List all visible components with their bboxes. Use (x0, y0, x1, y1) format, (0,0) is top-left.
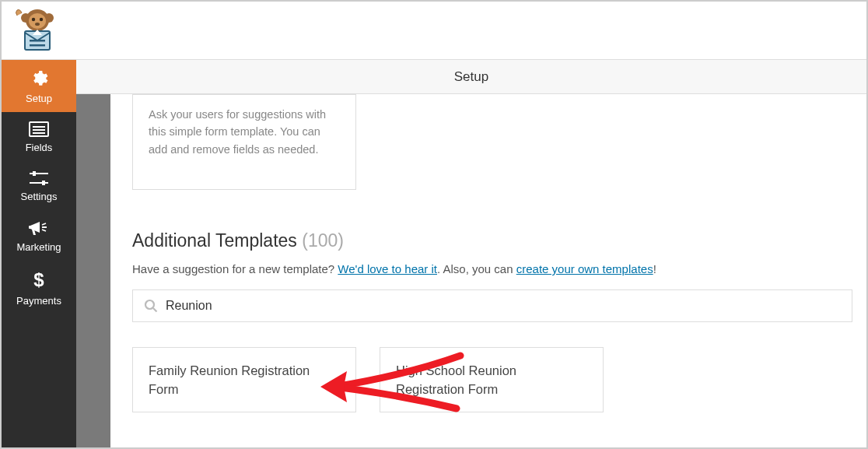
section-count: (100) (302, 230, 344, 251)
section-title-text: Additional Templates (132, 230, 297, 251)
sidebar-label: Fields (26, 142, 53, 153)
gear-icon (30, 69, 48, 88)
sidebar-label: Payments (16, 295, 61, 307)
hint-link-create[interactable]: create your own templates (516, 262, 653, 275)
svg-text:$: $ (33, 270, 44, 290)
search-input[interactable] (166, 299, 841, 313)
svg-point-21 (145, 300, 154, 309)
sidebar-label: Marketing (16, 241, 61, 253)
result-title: Family Reunion Registration Form (149, 363, 310, 396)
section-title: Additional Templates (100) (132, 230, 845, 251)
svg-rect-16 (30, 182, 48, 184)
sidebar: Setup Fields Settings (2, 60, 76, 447)
top-bar (2, 2, 866, 60)
template-card-text: Ask your users for suggestions with this… (149, 108, 326, 156)
sidebar-label: Settings (21, 191, 58, 202)
svg-point-5 (40, 18, 43, 21)
sidebar-item-marketing[interactable]: Marketing (2, 210, 76, 261)
content-area: Setup Ask your users for suggestions wit… (76, 60, 866, 447)
svg-point-3 (29, 13, 46, 29)
sliders-icon (30, 170, 48, 186)
hint-text: Have a suggestion for a new template? We… (132, 262, 845, 275)
result-card[interactable]: Family Reunion Registration Form (132, 347, 356, 412)
template-card[interactable]: Ask your users for suggestions with this… (132, 94, 356, 190)
svg-rect-15 (30, 173, 48, 174)
list-icon (29, 121, 49, 137)
svg-line-22 (153, 308, 157, 312)
search-box[interactable] (132, 289, 852, 322)
wpforms-logo-icon (11, 6, 59, 54)
results-grid: Family Reunion Registration Form High Sc… (132, 347, 845, 412)
hint-link-suggestion[interactable]: We'd love to hear it (338, 262, 437, 275)
svg-point-4 (32, 18, 35, 21)
svg-rect-9 (30, 44, 45, 47)
sidebar-label: Setup (26, 93, 52, 104)
sidebar-item-payments[interactable]: $ Payments (2, 261, 76, 314)
svg-rect-18 (42, 181, 45, 185)
sidebar-item-settings[interactable]: Settings (2, 161, 76, 210)
search-icon (144, 299, 158, 313)
main-panel: Ask your users for suggestions with this… (110, 94, 866, 447)
svg-rect-19 (29, 226, 31, 229)
svg-point-6 (35, 23, 40, 26)
bullhorn-icon (29, 219, 49, 237)
result-card[interactable]: High School Reunion Registration Form (380, 347, 604, 412)
sidebar-item-setup[interactable]: Setup (2, 60, 76, 112)
dollar-icon: $ (33, 270, 45, 290)
result-title: High School Reunion Registration Form (396, 363, 516, 396)
page-title: Setup (76, 60, 866, 94)
svg-rect-17 (33, 171, 36, 176)
sidebar-item-fields[interactable]: Fields (2, 112, 76, 161)
